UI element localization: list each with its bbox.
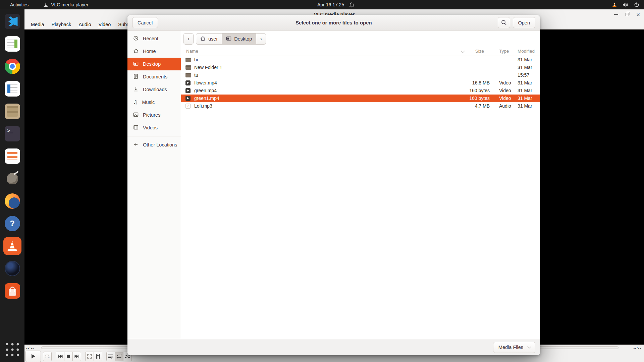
fullscreen-button[interactable] <box>85 352 94 361</box>
ab-loop-button[interactable]: A B <box>43 352 52 361</box>
svg-text:A: A <box>45 356 47 359</box>
sidebar-item-other-locations[interactable]: Other Locations <box>127 138 181 151</box>
sidebar-item-desktop[interactable]: Desktop <box>127 58 181 70</box>
dock-item-help[interactable] <box>3 215 21 233</box>
column-header-name[interactable]: Name <box>186 49 198 54</box>
dock-item-dark-circle-app[interactable] <box>3 259 21 278</box>
breadcrumb-label: Desktop <box>234 36 252 42</box>
menu-item-playback[interactable]: Playback <box>48 22 75 27</box>
dock-item-vlc[interactable] <box>3 237 21 255</box>
video-file-icon <box>185 88 191 93</box>
dock-item-chrome[interactable] <box>3 57 21 75</box>
file-row-lofi-mp3[interactable]: ♪Lofi.mp34.7 MBAudio31 Mar <box>181 102 540 110</box>
file-name: flower.mp4 <box>194 80 217 85</box>
next-icon <box>74 354 79 358</box>
file-modified: 31 Mar <box>518 96 532 101</box>
libreoffice-writer-icon <box>5 81 20 97</box>
app-grid-icon <box>5 342 20 357</box>
file-row-green-mp4[interactable]: green.mp4160 bytesVideo31 Mar <box>181 87 540 95</box>
previous-button[interactable] <box>56 352 64 361</box>
stop-icon <box>66 354 70 358</box>
sort-chevron-down-icon[interactable] <box>461 49 465 53</box>
stop-button[interactable] <box>64 352 73 361</box>
sidebar-item-label: Music <box>142 100 155 105</box>
file-row-tu[interactable]: tu15:57 <box>181 71 540 79</box>
volume-icon <box>623 2 628 7</box>
file-row-green1-mp4[interactable]: green1.mp4160 bytesVideo31 Mar <box>181 95 540 102</box>
cancel-button[interactable]: Cancel <box>132 17 158 28</box>
dialog-header: Cancel Select one or more files to open … <box>127 15 540 31</box>
fullscreen-icon <box>87 354 92 359</box>
dock-item-gimp[interactable] <box>3 170 21 188</box>
activities-button[interactable]: Activities <box>10 2 29 7</box>
power-icon <box>634 2 639 7</box>
previous-icon <box>58 354 63 358</box>
vlc-tray-icon[interactable] <box>612 2 617 7</box>
file-filter-dropdown[interactable]: Media Files <box>493 342 535 353</box>
close-icon[interactable]: × <box>636 11 640 18</box>
folder-icon <box>185 57 191 62</box>
loop-button[interactable] <box>115 352 123 361</box>
forward-button[interactable]: › <box>256 33 266 45</box>
dark-circle-app-icon <box>5 261 20 276</box>
dock-item-file-manager[interactable] <box>3 102 21 120</box>
dock-item-libreoffice-writer[interactable] <box>3 80 21 98</box>
file-size: 4.7 MB <box>475 103 490 109</box>
video-file-icon <box>185 96 191 101</box>
sidebar-item-home[interactable]: Home <box>127 45 181 58</box>
restore-icon[interactable] <box>626 13 629 16</box>
audio-file-icon: ♪ <box>185 104 191 109</box>
dock-item-libreoffice-impress[interactable] <box>3 147 21 165</box>
file-name: green1.mp4 <box>194 96 219 101</box>
libreoffice-impress-icon <box>5 148 20 164</box>
file-size: 160 bytes <box>469 96 490 101</box>
menu-item-video[interactable]: Video <box>95 22 114 27</box>
system-tray[interactable] <box>612 2 639 7</box>
svg-text:B: B <box>48 356 50 359</box>
firefox-icon <box>5 193 20 209</box>
play-button[interactable] <box>25 351 41 362</box>
column-header-type[interactable]: Type <box>499 49 509 54</box>
sidebar-item-videos[interactable]: Videos <box>127 121 181 134</box>
file-row-flower-mp4[interactable]: flower.mp416.8 MBVideo31 Mar <box>181 79 540 87</box>
sidebar-item-recent[interactable]: Recent <box>127 32 181 45</box>
dock-item-libreoffice-calc[interactable] <box>3 35 21 53</box>
open-button[interactable]: Open <box>513 17 535 28</box>
back-button[interactable]: ‹ <box>183 33 194 45</box>
playlist-button[interactable] <box>106 352 115 361</box>
next-button[interactable] <box>72 352 81 361</box>
file-row-new-folder-1[interactable]: New Folder 131 Mar <box>181 64 540 71</box>
breadcrumb: userDesktop› <box>196 33 266 45</box>
column-header-modified[interactable]: Modified <box>518 49 535 54</box>
clock[interactable]: Apr 16 17:25 <box>317 2 344 7</box>
dock-item-terminal[interactable] <box>3 125 21 143</box>
dock-item-app-grid[interactable] <box>3 341 21 359</box>
sidebar-item-pictures[interactable]: Pictures <box>127 109 181 121</box>
file-size: 16.8 MB <box>472 80 490 85</box>
file-type: Video <box>499 88 511 93</box>
breadcrumb-user[interactable]: user <box>196 33 222 45</box>
extended-settings-button[interactable] <box>94 352 102 361</box>
menu-item-audio[interactable]: Audio <box>75 22 95 27</box>
dock-item-firefox[interactable] <box>3 192 21 210</box>
dock-item-ubuntu-software[interactable] <box>3 282 21 300</box>
focused-app-indicator[interactable]: VLC media player <box>43 2 88 7</box>
top-bar: Activities VLC media player Apr 16 17:25 <box>0 0 644 9</box>
sidebar-item-downloads[interactable]: Downloads <box>127 83 181 96</box>
breadcrumb-desktop[interactable]: Desktop <box>222 33 256 45</box>
file-row-hi[interactable]: hi31 Mar <box>181 56 540 64</box>
vlc-icon <box>5 238 20 254</box>
file-modified: 31 Mar <box>518 88 532 93</box>
file-modified: 15:57 <box>518 72 529 78</box>
dock-item-vscode[interactable] <box>3 12 21 31</box>
minimize-icon[interactable] <box>614 14 618 15</box>
vlc-cone-icon <box>43 2 48 7</box>
column-header-size[interactable]: Size <box>475 49 484 54</box>
file-modified: 31 Mar <box>518 103 532 109</box>
sidebar-item-music[interactable]: ♫Music <box>127 96 181 109</box>
home-icon <box>200 36 206 42</box>
file-name: green.mp4 <box>194 88 217 93</box>
sidebar-item-documents[interactable]: Documents <box>127 70 181 83</box>
search-button[interactable] <box>498 17 510 28</box>
menu-item-media[interactable]: Media <box>27 22 48 27</box>
